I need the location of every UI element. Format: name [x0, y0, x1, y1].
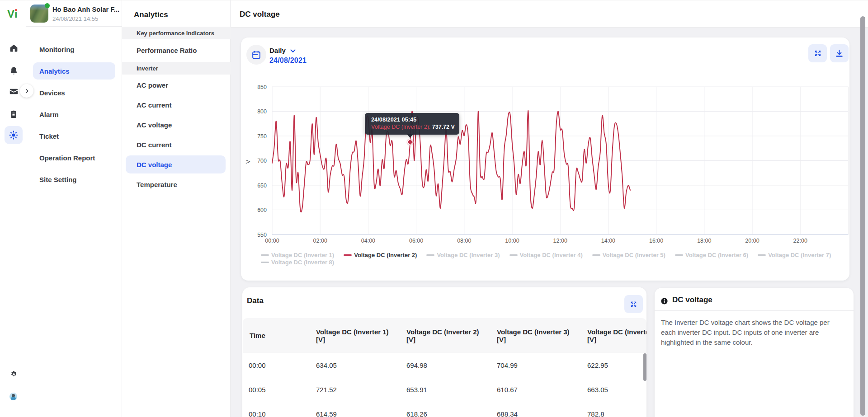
svg-text:V: V [245, 159, 251, 164]
svg-text:04:00: 04:00 [361, 238, 375, 243]
svg-text:600: 600 [257, 207, 267, 213]
svg-text:750: 750 [257, 133, 267, 140]
svg-text:18:00: 18:00 [697, 238, 711, 243]
svg-text:650: 650 [257, 183, 267, 189]
svg-text:20:00: 20:00 [745, 238, 759, 243]
svg-text:14:00: 14:00 [601, 238, 615, 243]
svg-text:06:00: 06:00 [409, 238, 423, 243]
svg-text:550: 550 [257, 232, 267, 238]
svg-text:22:00: 22:00 [793, 238, 807, 243]
svg-text:850: 850 [257, 84, 267, 90]
svg-text:12:00: 12:00 [553, 238, 567, 243]
svg-text:16:00: 16:00 [649, 238, 663, 243]
svg-text:02:00: 02:00 [313, 238, 327, 243]
svg-text:10:00: 10:00 [505, 238, 519, 243]
svg-text:700: 700 [257, 158, 267, 164]
svg-text:08:00: 08:00 [457, 238, 471, 243]
svg-text:800: 800 [257, 108, 267, 115]
svg-text:00:00: 00:00 [265, 238, 279, 243]
